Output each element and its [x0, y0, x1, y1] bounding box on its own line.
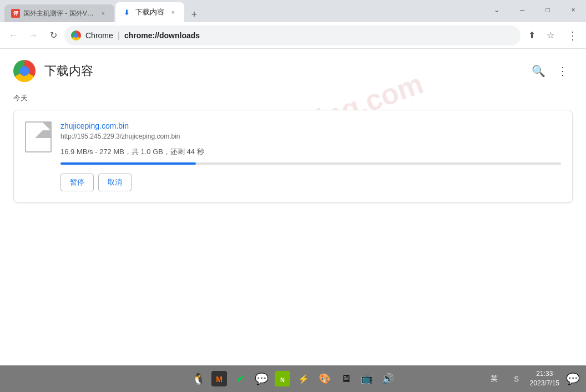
url-path: downloads	[159, 31, 200, 40]
minimize-button[interactable]: ─	[509, 0, 535, 20]
titlebar: 评 国外主机测评 - 国外VPS， × ⬇ 下载内容 × + ⌄ ─ □ ×	[0, 0, 586, 22]
taskbar-right: 英 S 21:33 2023/7/15 💬	[486, 369, 582, 388]
download-progress-text: 16.9 MB/s - 272 MB，共 1.0 GB，还剩 44 秒	[60, 147, 561, 157]
pause-button[interactable]: 暂停	[60, 174, 94, 191]
search-icon-button[interactable]: 🔍	[528, 61, 548, 81]
navbar: ← → ↻ Chrome | chrome://downloads ⬆ ☆ ⋮	[0, 22, 586, 49]
progress-bar	[60, 162, 196, 165]
file-icon-corner	[43, 123, 50, 130]
color-icon[interactable]: 🎨	[316, 370, 334, 388]
browser-menu-button[interactable]: ⋮	[564, 27, 582, 44]
volume-icon[interactable]: 🔊	[379, 370, 397, 388]
forward-button[interactable]: →	[24, 27, 42, 44]
nav-actions: ⬆ ☆	[523, 27, 559, 44]
bluetooth-icon[interactable]: ⚡	[295, 370, 312, 388]
download-icon-tab: ⬇	[122, 8, 131, 17]
address-bar[interactable]: Chrome | chrome://downloads	[64, 26, 521, 45]
active-tab-close[interactable]: ×	[169, 8, 178, 17]
downloads-page: zhujiceping.com 下载内容 🔍 ⋮ 今天 zhujiceping.…	[0, 49, 586, 365]
nvidia-icon[interactable]: N	[274, 370, 291, 388]
tab-favicon-inactive: 评	[11, 9, 20, 18]
download-url: http://195.245.229.3/zhujiceping.com.bin	[60, 133, 561, 140]
active-tab[interactable]: ⬇ 下载内容 ×	[115, 2, 184, 22]
ads-icon[interactable]: M	[210, 370, 228, 388]
download-actions: 暂停 取消	[60, 174, 561, 191]
downloads-section: 今天 zhujiceping.com.bin http://195.245.22…	[0, 93, 586, 203]
inactive-tab-close[interactable]: ×	[99, 9, 108, 18]
section-date: 今天	[13, 93, 573, 103]
restore-button[interactable]: ⌄	[484, 0, 509, 20]
refresh-button[interactable]: ↻	[44, 27, 62, 44]
url-prefix: chrome://	[124, 31, 159, 40]
checkmark-icon[interactable]: ✔	[231, 370, 249, 388]
ime-button[interactable]: S	[508, 370, 526, 388]
svg-text:N: N	[280, 376, 285, 383]
svg-text:M: M	[216, 375, 223, 384]
taskbar-center: 🐧 M ✔ 💬 N ⚡ 🎨 🖥 📺 🔊	[189, 370, 397, 388]
taskbar-clock: 21:33	[530, 369, 559, 379]
inactive-tab-label: 国外主机测评 - 国外VPS，	[23, 9, 95, 18]
display-icon[interactable]: 🖥	[337, 370, 355, 388]
taskbar-time[interactable]: 21:33 2023/7/15	[530, 369, 559, 388]
file-icon	[25, 121, 52, 152]
qq-icon[interactable]: 🐧	[189, 370, 207, 388]
download-card: zhujiceping.com.bin http://195.245.229.3…	[13, 110, 573, 203]
progress-bar-container	[60, 162, 561, 165]
chrome-logo-small	[71, 30, 81, 40]
browser-name-text: Chrome	[85, 31, 113, 40]
inactive-tab[interactable]: 评 国外主机测评 - 国外VPS， ×	[4, 4, 114, 22]
maximize-button[interactable]: □	[535, 0, 560, 20]
download-info: zhujiceping.com.bin http://195.245.229.3…	[60, 121, 561, 191]
close-button[interactable]: ×	[560, 0, 586, 20]
page-header: 下载内容 🔍 ⋮	[0, 49, 586, 93]
active-tab-label: 下载内容	[135, 7, 164, 17]
address-separator: |	[118, 30, 120, 40]
monitor-icon[interactable]: 📺	[358, 370, 376, 388]
notification-button[interactable]: 💬	[564, 370, 582, 388]
page-menu-button[interactable]: ⋮	[553, 61, 573, 81]
share-button[interactable]: ⬆	[523, 27, 540, 44]
new-tab-button[interactable]: +	[186, 7, 202, 22]
page-header-actions: 🔍 ⋮	[528, 61, 573, 81]
cancel-button[interactable]: 取消	[98, 174, 132, 191]
lang-button[interactable]: 英	[486, 370, 503, 388]
taskbar-date: 2023/7/15	[530, 379, 559, 388]
address-url: chrome://downloads	[124, 31, 200, 40]
wechat-icon[interactable]: 💬	[252, 370, 270, 388]
page-title: 下载内容	[44, 63, 93, 79]
back-button[interactable]: ←	[4, 27, 22, 44]
taskbar: 🐧 M ✔ 💬 N ⚡ 🎨 🖥 📺 🔊 英 S 21:33 2023/7/15 …	[0, 365, 586, 392]
chrome-logo-large	[13, 60, 36, 82]
bookmark-button[interactable]: ☆	[542, 27, 559, 44]
download-filename[interactable]: zhujiceping.com.bin	[60, 121, 561, 130]
window-controls: ⌄ ─ □ ×	[484, 0, 586, 22]
